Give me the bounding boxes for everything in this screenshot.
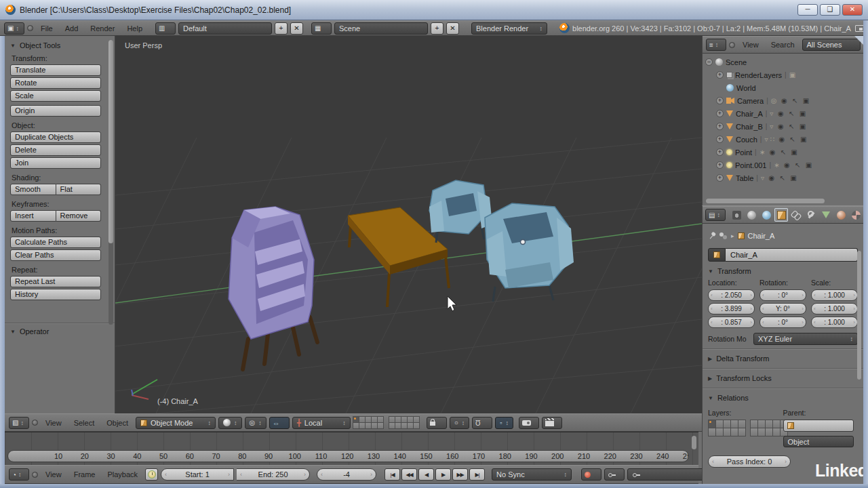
operator-panel-header[interactable]: ▼ Operator [10, 327, 109, 336]
expander-icon[interactable]: − [705, 58, 713, 66]
current-frame-field[interactable]: -4 [317, 468, 376, 481]
parent-type-selector[interactable]: Object [783, 436, 854, 447]
parent-field[interactable] [783, 420, 854, 432]
timeline-region[interactable]: 1020304050607080901001101201301401501601… [5, 432, 698, 465]
tab-material[interactable] [834, 208, 848, 222]
rotate-button[interactable]: Rotate [10, 77, 101, 89]
outliner-item-renderlayers[interactable]: +RenderLayers|▣ [703, 68, 863, 81]
tab-render[interactable] [730, 208, 743, 222]
object-name-field[interactable]: Chair_A [726, 248, 858, 262]
viewport-3d[interactable]: User Persp (-4) Chair_A [115, 36, 702, 413]
layer-cell[interactable] [738, 428, 746, 436]
sync-mode-selector[interactable]: No Sync↕ [492, 468, 572, 481]
outliner-item-scene[interactable]: −Scene [703, 56, 863, 68]
play-button[interactable]: ▶ [435, 468, 451, 481]
flat-button[interactable]: Flat [56, 184, 102, 195]
menu-view[interactable]: View [41, 470, 66, 479]
expander-icon[interactable]: + [716, 123, 724, 130]
transform-panel-header[interactable]: ▼ Transform [708, 267, 858, 275]
use-preview-range-button[interactable] [145, 468, 158, 481]
start-frame-field[interactable]: Start: 1 [161, 468, 234, 481]
expander-icon[interactable]: + [716, 110, 724, 117]
render-opengl-button[interactable] [519, 417, 539, 429]
transform-orientation-selector[interactable]: ╋ Local↕ [292, 417, 351, 429]
delete-layout-button[interactable]: ✕ [290, 22, 303, 35]
menu-object[interactable]: Object [102, 419, 133, 427]
minimize-button[interactable]: ─ [797, 4, 818, 16]
menu-view[interactable]: View [738, 41, 764, 49]
auto-keyframe-button[interactable] [581, 468, 601, 481]
proportional-edit-selector[interactable]: ○↕ [450, 417, 470, 429]
mode-selector[interactable]: Object Mode↕ [136, 417, 216, 429]
menu-file[interactable]: File [36, 24, 58, 33]
outliner-item-point-001[interactable]: +Point.001|∗◉↖▣ [703, 159, 863, 171]
location-y-field[interactable]: : 3.899 [708, 303, 755, 314]
jump-to-end-button[interactable]: ▶| [469, 468, 485, 481]
repeat-last-button[interactable]: Repeat Last [10, 276, 101, 287]
menu-playback[interactable]: Playback [102, 470, 142, 479]
selectability-toggle-icon[interactable]: ↖ [786, 110, 797, 117]
editor-type-button[interactable]: ▤↕ [705, 209, 726, 221]
outliner-item-world[interactable]: World [703, 81, 863, 94]
close-button[interactable]: ✕ [842, 4, 863, 16]
visibility-toggle-icon[interactable]: ◉ [776, 136, 787, 143]
couch-object[interactable] [229, 207, 317, 369]
pass-index-field[interactable]: Pass Index: 0 [708, 455, 791, 468]
pivot-point-selector[interactable]: ◎↕ [245, 417, 267, 429]
pin-icon[interactable] [707, 230, 718, 242]
renderability-toggle-icon[interactable]: ▣ [789, 148, 800, 156]
chair-a-object[interactable] [485, 203, 574, 302]
render-opengl-anim-button[interactable] [542, 417, 562, 429]
outliner-item-chair-b[interactable]: +Chair_B|▿◉↖▣ [703, 120, 863, 133]
expander-icon[interactable]: + [716, 174, 724, 182]
play-reverse-button[interactable]: ◀ [418, 468, 434, 481]
visibility-toggle-icon[interactable]: ◉ [778, 97, 789, 104]
join-button[interactable]: Join [10, 157, 101, 169]
visibility-toggle-icon[interactable]: ◉ [775, 110, 786, 117]
expander-icon[interactable]: + [716, 97, 724, 104]
tab-scene[interactable] [745, 208, 758, 222]
expander-icon[interactable]: + [716, 136, 724, 143]
snap-toggle-button[interactable]: Ω [472, 417, 492, 429]
outliner-item-couch[interactable]: +Couch|▿∷◉↖▣ [703, 133, 863, 146]
tab-world[interactable] [760, 208, 773, 222]
translate-button[interactable]: Translate [10, 64, 101, 76]
selectability-toggle-icon[interactable]: ↖ [786, 123, 797, 130]
jump-to-start-button[interactable]: |◀ [384, 468, 400, 481]
editor-type-button[interactable]: ▧↕ [9, 417, 29, 429]
tab-constraints[interactable] [789, 208, 803, 222]
renderability-toggle-icon[interactable]: ▣ [800, 97, 811, 104]
selectability-toggle-icon[interactable]: ↖ [792, 161, 803, 169]
layer-cell[interactable] [708, 420, 716, 428]
outliner-item-point[interactable]: +Point|∗◉↖▣ [703, 146, 863, 159]
tab-modifiers[interactable] [804, 208, 818, 222]
editor-type-button[interactable]: ◔↕ [9, 468, 29, 481]
collapse-menus-toggle[interactable] [27, 25, 33, 31]
clear-paths-button[interactable]: Clear Paths [10, 249, 101, 261]
chair-b-object[interactable] [429, 180, 492, 243]
scale-z-field[interactable]: : 1.000 [811, 317, 858, 328]
expander-icon[interactable]: + [716, 161, 724, 169]
layer-cell[interactable] [353, 416, 359, 423]
tab-object[interactable] [774, 208, 788, 222]
selectability-toggle-icon[interactable]: ↖ [777, 174, 788, 182]
scene-selector[interactable]: Scene [334, 22, 428, 35]
visibility-toggle-icon[interactable]: ◉ [775, 123, 786, 130]
rotation-z-field[interactable]: : 0° [760, 317, 806, 328]
outliner-item-camera[interactable]: +Camera|◎◉↖▣ [703, 94, 863, 107]
delete-scene-button[interactable]: ✕ [446, 22, 459, 35]
editor-type-button[interactable]: ▣↕ [4, 22, 24, 35]
screen-layout-selector[interactable]: Default [178, 22, 272, 35]
rotation-mode-selector[interactable]: XYZ Euler↕ [753, 333, 858, 345]
renderability-toggle-icon[interactable]: ▣ [797, 123, 808, 130]
renderability-toggle-icon[interactable]: ▣ [798, 136, 809, 143]
transform-locks-panel-header[interactable]: ▶ Transform Locks [708, 372, 858, 384]
add-scene-button[interactable]: + [431, 22, 443, 35]
layer-cell[interactable] [377, 422, 384, 429]
previous-keyframe-button[interactable]: ◀◀ [401, 468, 417, 481]
renderability-toggle-icon[interactable]: ▣ [788, 174, 799, 182]
renderability-toggle-icon[interactable]: ▣ [803, 161, 814, 169]
selectability-toggle-icon[interactable]: ↖ [789, 97, 800, 104]
menu-select[interactable]: Select [69, 419, 100, 427]
insert-keyframe-button[interactable]: Insert [10, 210, 56, 222]
